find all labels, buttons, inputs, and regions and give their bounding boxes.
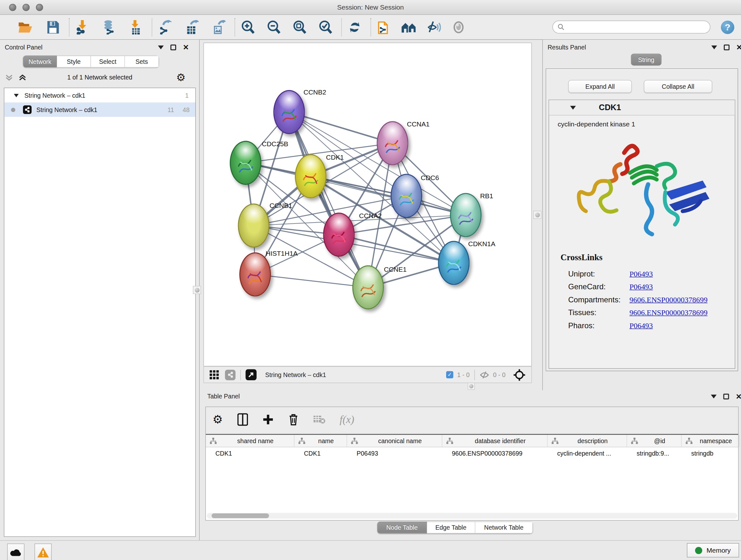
panel-float-icon[interactable] (724, 45, 730, 51)
export-table-icon[interactable] (184, 19, 200, 35)
node-CCNB1[interactable] (238, 204, 270, 248)
save-icon[interactable] (45, 19, 61, 35)
section-collapse-icon[interactable] (570, 106, 576, 110)
tab-network-table[interactable]: Network Table (475, 522, 533, 534)
table-cell[interactable]: P06493 (347, 447, 443, 459)
panel-close-icon[interactable]: ✕ (183, 45, 189, 51)
table-cell[interactable]: 9606.ENSP00000378699 (442, 447, 548, 459)
gear-icon[interactable]: ⚙ (176, 71, 186, 84)
tab-edge-table[interactable]: Edge Table (427, 522, 475, 534)
export-image-icon[interactable] (211, 19, 227, 35)
search-input[interactable] (564, 23, 705, 31)
warning-button[interactable] (35, 544, 52, 560)
tree-expand-icon[interactable] (14, 94, 19, 97)
expand-all-button[interactable]: Expand All (568, 80, 632, 93)
crosslink-link[interactable]: P06493 (630, 321, 653, 330)
edge-HIST1H1A-CCNE1[interactable] (255, 274, 368, 288)
column-header-databaseidentifier[interactable]: database identifier (442, 435, 548, 447)
tab-string[interactable]: String (631, 54, 662, 66)
crosslink-label: GeneCard: (568, 283, 630, 291)
share-view-icon[interactable] (225, 369, 235, 380)
birdseye-crosshair-icon[interactable] (513, 368, 526, 381)
crosslink-link[interactable]: P06493 (630, 283, 653, 291)
node-CDC6[interactable] (391, 174, 422, 218)
eye-icon[interactable] (451, 19, 467, 35)
table-row[interactable]: CDK1CDK1P064939606.ENSP00000378699cyclin… (206, 447, 738, 459)
tab-network[interactable]: Network (23, 56, 57, 68)
table-cell[interactable]: CDK1 (206, 447, 294, 459)
table-cell[interactable]: CDK1 (294, 447, 347, 459)
cloud-button[interactable] (7, 544, 24, 560)
right-splitter-handle[interactable] (533, 211, 542, 219)
crosslink-link[interactable]: 9606.ENSP00000378699 (630, 296, 708, 304)
zoom-out-icon[interactable] (266, 19, 282, 35)
column-header-sharedname[interactable]: shared name (206, 435, 294, 447)
zoom-fit-icon[interactable] (292, 19, 308, 35)
table-cell[interactable]: stringdb:9... (627, 447, 682, 459)
import-table-icon[interactable] (128, 19, 144, 35)
tab-style[interactable]: Style (57, 56, 91, 68)
table-cell[interactable]: cyclin-dependent ... (548, 447, 627, 459)
node-HIST1H1A[interactable] (239, 253, 271, 297)
help-button[interactable]: ? (721, 20, 734, 34)
column-header-description[interactable]: description (548, 435, 627, 447)
network-canvas[interactable]: CCNB2CCNA1CDC25BCDK1CDC6RB1CCNB1CCNA2CDK… (204, 43, 532, 367)
horizontal-scrollbar[interactable] (207, 513, 737, 519)
node-CCNE1[interactable] (352, 265, 384, 309)
table-gear-icon[interactable]: ⚙ (212, 413, 223, 426)
edge-CDK1-RB1[interactable] (311, 176, 466, 215)
tab-select[interactable]: Select (91, 56, 125, 68)
import-network-file-icon[interactable] (74, 19, 91, 35)
gene-section-header[interactable]: CDK1 (549, 100, 735, 116)
node-CDK1[interactable] (295, 154, 327, 198)
panel-close-icon[interactable]: ✕ (736, 45, 741, 51)
scrollbar-thumb[interactable] (212, 513, 269, 518)
export-network-icon[interactable] (157, 19, 173, 35)
table-cell[interactable]: stringdb (682, 447, 740, 459)
add-column-icon[interactable] (262, 414, 273, 425)
selected-checkbox-icon[interactable]: ✓ (446, 371, 454, 379)
hide-graphics-icon[interactable] (426, 19, 442, 35)
refresh-icon[interactable] (347, 19, 363, 35)
zoom-in-icon[interactable] (240, 19, 256, 35)
homes-icon[interactable] (401, 19, 417, 35)
columns-icon[interactable] (237, 414, 248, 426)
crosslink-label: Pharos: (568, 321, 630, 330)
panel-close-icon[interactable]: ✕ (736, 394, 741, 399)
column-header-name[interactable]: name (294, 435, 347, 447)
node-label-CCNB2: CCNB2 (304, 88, 326, 96)
tab-sets[interactable]: Sets (125, 56, 159, 68)
document-share-icon[interactable] (376, 19, 392, 35)
panel-float-icon[interactable] (724, 394, 729, 399)
grid-view-icon[interactable] (210, 370, 219, 380)
column-header-canonicalname[interactable]: canonical name (347, 435, 443, 447)
crosslinks-title: CrossLinks (549, 245, 735, 263)
node-CDC25B[interactable] (230, 141, 261, 185)
node-CCNB2[interactable] (273, 90, 305, 134)
column-header-namespace[interactable]: namespace (682, 435, 740, 447)
open-window-icon[interactable] (246, 369, 257, 381)
import-network-database-icon[interactable] (101, 19, 118, 35)
node-CCNA1[interactable] (377, 121, 408, 165)
panel-float-icon[interactable] (171, 45, 176, 51)
zoom-selected-icon[interactable] (318, 19, 334, 35)
memory-button[interactable]: Memory (687, 543, 739, 557)
panel-menu-icon[interactable] (711, 46, 717, 50)
edge-CCNB2-CCNE1[interactable] (289, 112, 368, 287)
left-splitter-handle[interactable] (193, 286, 201, 294)
node-CDKN1A[interactable] (438, 241, 470, 285)
tab-node-table[interactable]: Node Table (377, 522, 427, 534)
panel-menu-icon[interactable] (158, 46, 164, 50)
network-tree-child-row[interactable]: String Network – cdk1 11 48 (4, 103, 196, 117)
node-RB1[interactable] (450, 193, 482, 237)
column-header-id[interactable]: @id (627, 435, 682, 447)
collapse-all-button[interactable]: Collapse All (644, 80, 713, 93)
open-folder-icon[interactable] (17, 19, 33, 35)
crosslink-link[interactable]: 9606.ENSP00000378699 (630, 308, 708, 317)
panel-menu-icon[interactable] (711, 395, 717, 398)
bottom-splitter-handle[interactable] (468, 383, 475, 390)
node-CCNA2[interactable] (323, 212, 355, 257)
crosslink-link[interactable]: P06493 (630, 270, 653, 278)
delete-column-icon[interactable] (288, 414, 298, 426)
network-tree-root-row[interactable]: String Network – cdk1 1 (4, 88, 196, 103)
